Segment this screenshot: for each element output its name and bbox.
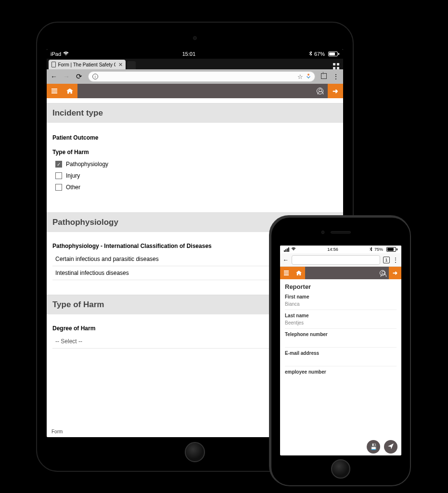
login-button[interactable]: ➜ [389,267,401,279]
svg-point-0 [307,74,309,76]
wifi-icon [63,51,69,57]
menu-toggle-button[interactable] [47,84,62,98]
ipad-status-bar: iPad 15:01 67% [47,49,343,59]
browser-toolbar: ← → ⟳ i ☆ ⋮ [47,69,343,84]
harm-option[interactable]: Injury [55,170,337,182]
tabs-grid-button[interactable] [333,60,339,69]
hamburger-icon [51,89,57,93]
login-icon: ➜ [393,270,397,276]
first-name-label: First name [285,293,397,300]
share-button[interactable] [321,72,327,81]
menu-toggle-button[interactable] [280,267,293,279]
checkbox-checked-icon: ✓ [55,161,62,168]
address-bar[interactable] [292,255,380,265]
email-label: E-mail address [285,350,397,357]
harm-checklist: ✓ Pathophysiology Injury Other [55,158,337,193]
iphone-browser-bar: ← 1 ⋮ [280,253,401,267]
wifi-icon [291,247,296,252]
hamburger-icon [284,271,289,275]
app-header: ➜ [47,84,343,98]
tabs-button[interactable]: 1 [383,257,390,263]
iphone-screen: 14:56 75% ← 1 ⋮ ➜ [280,246,401,455]
employee-label: employee number [285,368,397,376]
last-name-input[interactable]: Beentjes [285,319,397,329]
menu-button[interactable]: ⋮ [393,257,398,263]
new-tab-ghost[interactable] [127,61,136,69]
reload-button[interactable]: ⟳ [76,72,82,81]
checkbox-icon [55,184,62,191]
user-icon [380,270,385,276]
iphone-status-bar: 14:56 75% [280,246,401,253]
battery-percentage: 75% [374,247,383,252]
last-name-label: Last name [285,312,397,319]
telephone-label: Telephone number [285,331,397,338]
battery-icon [327,52,339,56]
section-header-reporter: Reporter [285,283,397,290]
harm-option[interactable]: Other [55,182,337,193]
home-button[interactable] [293,267,305,279]
form-body: Reporter First name Bianca Last name Bee… [280,279,401,381]
harm-option-label: Pathophysiology [66,161,108,168]
type-of-harm-label: Type of Harm [52,149,337,156]
save-icon: 💾 [370,443,377,450]
back-button[interactable]: ← [283,257,289,263]
send-button[interactable] [384,440,397,454]
ipad-camera [193,36,197,40]
first-name-input[interactable]: Bianca [285,300,397,310]
back-button[interactable]: ← [51,73,57,80]
site-info-icon[interactable]: i [92,74,98,79]
home-icon [296,271,302,275]
menu-button[interactable]: ⋮ [333,73,339,80]
iphone-speaker [331,231,351,234]
login-button[interactable]: ➜ [328,84,343,98]
email-input[interactable] [285,357,397,366]
iphone-camera [321,231,325,234]
battery-percentage: 67% [314,51,325,57]
patient-outcome-label: Patient Outcome [52,134,337,141]
tabs-count: 1 [385,258,387,262]
browser-tab[interactable]: Form | The Patient Safety Co ✕ [49,60,126,69]
address-bar[interactable]: i ☆ [88,71,315,82]
iphone-device: 14:56 75% ← 1 ⋮ ➜ [270,217,411,486]
grid-icon [333,63,339,69]
checkbox-icon [55,172,62,179]
user-icon [317,88,323,94]
action-buttons: 💾 [367,440,397,454]
page-icon [51,62,56,67]
status-time: 15:01 [182,51,196,57]
browser-tabstrip: Form | The Patient Safety Co ✕ [47,59,343,69]
status-carrier: iPad [51,51,61,57]
save-button[interactable]: 💾 [367,440,380,454]
send-icon [388,443,394,451]
bookmark-star-icon[interactable]: ☆ [297,73,303,80]
home-button[interactable] [62,84,77,98]
home-icon [66,89,73,94]
harm-option[interactable]: ✓ Pathophysiology [55,158,337,170]
bluetooth-icon [370,247,372,252]
status-time: 14:56 [327,247,338,252]
forward-button: → [63,73,70,80]
bluetooth-icon [309,51,312,57]
battery-icon [385,247,397,252]
share-icon [321,73,327,79]
signal-icon [284,247,289,252]
iphone-home-button[interactable] [331,459,350,479]
login-icon: ➜ [333,87,338,95]
tab-title: Form | The Patient Safety Co [58,62,115,67]
app-header: ➜ [280,267,401,279]
profile-button[interactable] [376,267,389,279]
harm-option-label: Other [66,184,80,191]
ipad-home-button[interactable] [185,442,205,462]
section-header-incident-type: Incident type [47,103,343,123]
harm-option-label: Injury [66,172,80,179]
close-tab-icon[interactable]: ✕ [118,62,123,68]
voice-search-icon[interactable] [306,73,311,80]
profile-button[interactable] [312,84,328,98]
telephone-input[interactable] [285,338,397,348]
